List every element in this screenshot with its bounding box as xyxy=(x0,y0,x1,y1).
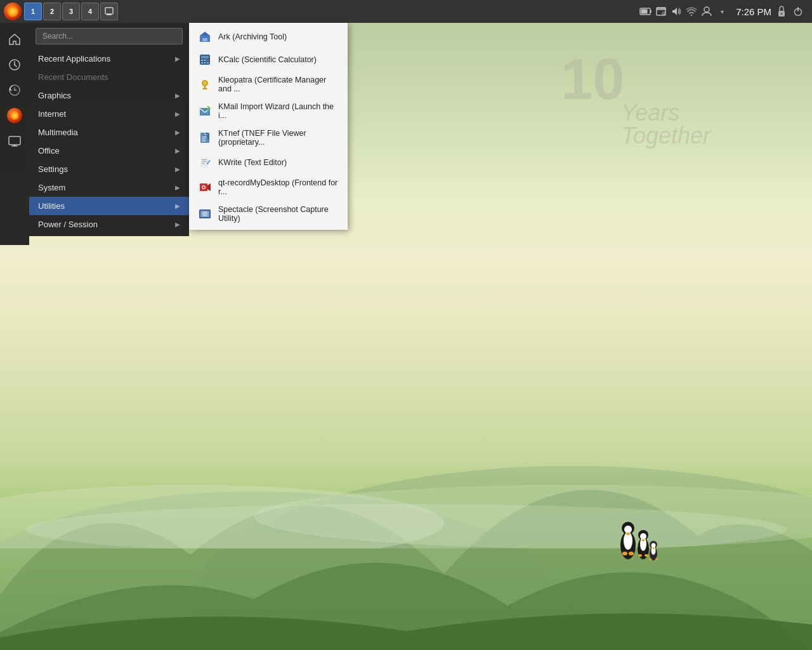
menu-item-system[interactable]: System ▶ xyxy=(29,178,189,197)
svg-point-2 xyxy=(0,485,444,548)
svg-point-23 xyxy=(652,548,655,550)
menu-item-label: System xyxy=(38,183,65,192)
submenu-item-qt-record[interactable]: qt-recordMyDesktop (Frontend for r... xyxy=(189,174,348,201)
submenu-item-label: Kleopatra (Certificate Manager and ... xyxy=(218,76,339,93)
menu-item-utilities[interactable]: Utilities ▶ xyxy=(29,197,189,215)
sidebar xyxy=(0,23,29,245)
menu-item-recent-documents[interactable]: Recent Documents xyxy=(29,68,189,86)
svg-point-19 xyxy=(650,547,657,560)
app-launcher-button[interactable] xyxy=(3,1,23,22)
menu-item-label: Power / Session xyxy=(38,220,98,229)
menu-item-label: Recent Applications xyxy=(38,54,110,63)
submenu-item-label: KCalc (Scientific Calculator) xyxy=(218,55,317,64)
desktop-2-button[interactable]: 2 xyxy=(43,3,61,20)
submenu-item-spectacle[interactable]: Spectacle (Screenshot Capture Utility) xyxy=(189,201,348,227)
svg-rect-27 xyxy=(107,14,112,15)
svg-rect-30 xyxy=(641,10,648,14)
menu-item-multimedia[interactable]: Multimedia ▶ xyxy=(29,123,189,142)
submenu-item-kcalc[interactable]: KCalc (Scientific Calculator) xyxy=(189,48,348,71)
submenu-item-kwrite[interactable]: KWrite (Text Editor) xyxy=(189,151,348,174)
svg-rect-46 xyxy=(204,60,206,61)
svg-point-1 xyxy=(190,466,812,650)
arrow-icon: ▶ xyxy=(175,184,180,191)
menu-item-graphics[interactable]: Graphics ▶ xyxy=(29,86,189,105)
arrow-icon: ▶ xyxy=(175,55,180,62)
submenu-item-ark[interactable]: Ark (Archiving Tool) xyxy=(189,25,348,48)
volume-tray-icon[interactable] xyxy=(670,5,683,18)
svg-rect-55 xyxy=(200,108,210,116)
menu-item-label: Office xyxy=(38,146,60,156)
sidebar-recent-apps-icon[interactable] xyxy=(3,53,26,76)
sidebar-history-icon[interactable] xyxy=(3,79,26,102)
menu-item-label: Graphics xyxy=(38,91,71,100)
svg-point-36 xyxy=(781,13,783,15)
taskbar-left: 1 2 3 4 xyxy=(3,1,118,22)
battery-tray-icon[interactable] xyxy=(639,5,652,18)
menu-item-label: Multimedia xyxy=(38,128,78,137)
menu-item-power-session[interactable]: Power / Session ▶ xyxy=(29,215,189,234)
svg-rect-62 xyxy=(202,161,207,162)
svg-point-16 xyxy=(642,539,645,541)
submenu-item-kleopatra[interactable]: Kleopatra (Certificate Manager and ... xyxy=(189,71,348,98)
svg-rect-57 xyxy=(202,136,207,138)
ark-icon xyxy=(198,30,212,44)
svg-point-17 xyxy=(638,554,642,557)
menu-item-label: Internet xyxy=(38,109,66,119)
menu-item-label: Settings xyxy=(38,164,68,174)
arrow-icon: ▶ xyxy=(175,129,180,136)
disk-tray-icon[interactable] xyxy=(655,5,667,18)
submenu-item-label: KTnef (TNEF File Viewer (proprietary... xyxy=(218,129,339,147)
search-bar-container xyxy=(29,23,189,50)
power-tray-icon[interactable] xyxy=(792,5,804,18)
svg-point-0 xyxy=(0,491,571,650)
submenu-item-label: KWrite (Text Editor) xyxy=(218,158,287,167)
search-input[interactable] xyxy=(36,28,183,44)
submenu-item-kmail-import[interactable]: KMail Import Wizard (Launch the i... xyxy=(189,98,348,124)
menu-item-label: Recent Documents xyxy=(38,72,108,82)
svg-rect-60 xyxy=(200,157,208,168)
menu-item-internet[interactable]: Internet ▶ xyxy=(29,105,189,123)
sidebar-system-icon[interactable] xyxy=(3,129,26,152)
sidebar-home-icon[interactable] xyxy=(3,28,26,51)
menu-item-settings[interactable]: Settings ▶ xyxy=(29,160,189,178)
svg-rect-59 xyxy=(202,140,206,142)
desktop-1-button[interactable]: 1 xyxy=(24,3,42,20)
svg-point-20 xyxy=(650,541,657,548)
user-tray-icon[interactable] xyxy=(700,5,713,18)
arrow-icon: ▶ xyxy=(175,221,180,228)
svg-rect-49 xyxy=(204,62,206,63)
utilities-submenu: Ark (Archiving Tool) KCalc (Scientific C… xyxy=(189,23,348,230)
svg-point-66 xyxy=(203,187,205,189)
anniversary-text: 10 Years Together xyxy=(561,51,710,147)
desktop-3-button[interactable]: 3 xyxy=(62,3,80,20)
menu-item-office[interactable]: Office ▶ xyxy=(29,142,189,160)
svg-rect-50 xyxy=(207,62,209,63)
lock-tray-icon[interactable] xyxy=(775,5,788,18)
kwrite-icon xyxy=(198,156,212,169)
app-launcher-icon xyxy=(4,3,22,20)
svg-point-15 xyxy=(640,533,646,540)
arrow-icon: ▶ xyxy=(175,92,180,99)
desktop-4-button[interactable]: 4 xyxy=(81,3,99,20)
sidebar-firefox-icon[interactable] xyxy=(3,104,26,127)
submenu-item-ktnef[interactable]: KTnef (TNEF File Viewer (proprietary... xyxy=(189,124,348,151)
svg-point-52 xyxy=(203,81,207,85)
svg-point-9 xyxy=(626,533,630,535)
svg-point-4 xyxy=(25,504,787,548)
svg-rect-32 xyxy=(657,8,665,10)
svg-rect-40 xyxy=(9,136,20,145)
svg-point-14 xyxy=(640,537,646,551)
show-desktop-button[interactable] xyxy=(100,3,118,20)
svg-point-18 xyxy=(645,554,648,557)
svg-point-13 xyxy=(638,530,648,540)
clock-display[interactable]: 7:26 PM xyxy=(736,6,771,17)
menu-item-recent-applications[interactable]: Recent Applications ▶ xyxy=(29,50,189,68)
svg-rect-54 xyxy=(202,88,207,90)
svg-rect-42 xyxy=(202,38,207,41)
svg-point-22 xyxy=(652,543,656,548)
dropdown-tray-icon[interactable]: ▾ xyxy=(716,5,728,18)
network-tray-icon[interactable] xyxy=(685,5,698,18)
svg-rect-44 xyxy=(201,56,209,58)
ktnef-icon xyxy=(198,131,212,145)
svg-rect-45 xyxy=(201,60,203,61)
